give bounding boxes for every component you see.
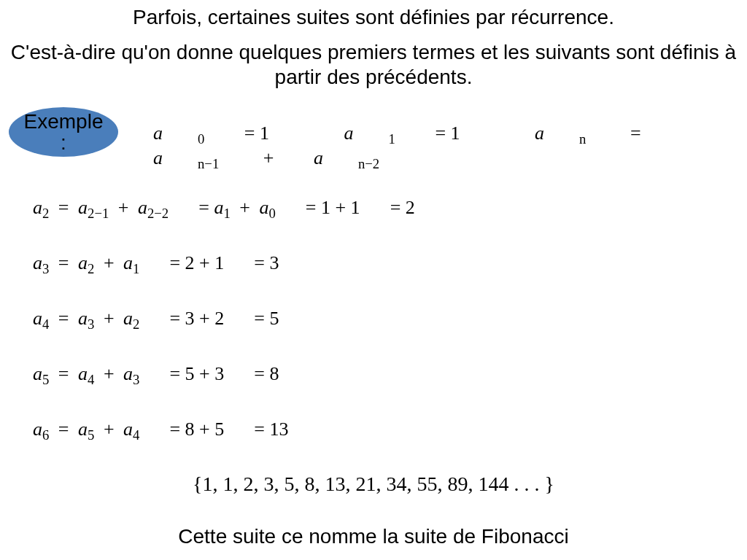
sym-a: a — [314, 147, 323, 168]
sub: 2 — [133, 316, 139, 332]
eq: = — [58, 197, 69, 218]
numeric: = 2 + 1 — [169, 252, 224, 273]
sym-a: a — [344, 122, 354, 144]
eq-sign: = — [630, 122, 641, 144]
eq: = — [58, 363, 69, 384]
sub: 2 — [88, 261, 94, 276]
plus: + — [104, 252, 115, 273]
sub: 6 — [42, 427, 49, 443]
example-badge: Exemple : — [9, 107, 118, 157]
footer-text: Cette suite ce nomme la suite de Fibonac… — [0, 525, 747, 548]
sym: a — [33, 308, 42, 329]
sym: a — [123, 252, 133, 273]
sub-1: 1 — [389, 131, 395, 147]
fibonacci-sequence: {1, 1, 2, 3, 5, 8, 13, 21, 34, 55, 89, 1… — [0, 472, 747, 496]
sub: 4 — [133, 427, 139, 443]
sub: 4 — [42, 316, 49, 332]
sub: 4 — [88, 372, 94, 387]
numeric: = 3 + 2 — [169, 308, 224, 329]
example-label-bottom: : — [61, 132, 66, 153]
plus: + — [118, 197, 129, 218]
result: = 2 — [390, 197, 415, 218]
result: = 13 — [254, 419, 288, 440]
eq: = — [198, 197, 209, 218]
heading-line-1: Parfois, certaines suites sont définies … — [0, 6, 747, 29]
recurrence-definition: a0 = 1 a1 = 1 an = an−1 + an−2 — [153, 122, 747, 172]
sym: a — [259, 197, 268, 218]
result: = 8 — [254, 363, 279, 384]
plus-sign: + — [263, 147, 274, 168]
sym-a: a — [535, 122, 544, 144]
sub: 3 — [88, 316, 94, 332]
sym-a: a — [153, 122, 163, 144]
sym: a — [78, 419, 88, 440]
eq: = — [58, 252, 69, 273]
computation-a2: a2 = a2−1 + a2−2 = a1 + a0 = 1 + 1 = 2 — [33, 197, 415, 222]
sub-n-1: n−1 — [198, 156, 219, 171]
example-label-top: Exemple — [24, 111, 104, 132]
sym: a — [33, 197, 42, 218]
sym: a — [33, 252, 42, 273]
val-a0: = 1 — [244, 122, 269, 144]
sub: 1 — [223, 206, 230, 221]
computation-a3: a3 = a2 + a1 = 2 + 1 = 3 — [33, 252, 279, 277]
sub: 3 — [42, 261, 49, 276]
eq: = — [58, 419, 69, 440]
numeric: = 1 + 1 — [306, 197, 360, 218]
plus: + — [104, 363, 115, 384]
heading-line-2: C'est-à-dire qu'on donne quelques premie… — [0, 40, 747, 89]
result: = 3 — [254, 252, 279, 273]
sym: a — [123, 308, 133, 329]
sub-0: 0 — [198, 131, 204, 147]
sub: 0 — [268, 206, 275, 221]
sym: a — [33, 419, 42, 440]
sub: 5 — [88, 427, 94, 443]
computation-a4: a4 = a3 + a2 = 3 + 2 = 5 — [33, 308, 279, 332]
plus: + — [239, 197, 250, 218]
sub: 5 — [42, 372, 49, 387]
val-a1: = 1 — [435, 122, 460, 144]
result: = 5 — [254, 308, 279, 329]
sym: a — [78, 363, 88, 384]
sub: 2−1 — [88, 206, 109, 221]
sym: a — [78, 308, 88, 329]
sub: 3 — [133, 372, 139, 387]
sym: a — [123, 363, 133, 384]
sym: a — [214, 197, 223, 218]
sub-n-2: n−2 — [358, 156, 379, 171]
sub: 2−2 — [147, 206, 169, 221]
sub-n: n — [579, 131, 586, 147]
sym: a — [33, 363, 42, 384]
eq: = — [58, 308, 69, 329]
sym: a — [138, 197, 147, 218]
plus: + — [104, 308, 115, 329]
numeric: = 8 + 5 — [169, 419, 224, 440]
computation-a5: a5 = a4 + a3 = 5 + 3 = 8 — [33, 363, 279, 388]
sym: a — [78, 252, 88, 273]
sym-a: a — [153, 147, 163, 168]
sub: 2 — [42, 206, 49, 221]
plus: + — [104, 419, 115, 440]
sym: a — [123, 419, 133, 440]
computation-a6: a6 = a5 + a4 = 8 + 5 = 13 — [33, 419, 288, 443]
numeric: = 5 + 3 — [169, 363, 224, 384]
sym: a — [78, 197, 88, 218]
sub: 1 — [133, 261, 139, 276]
